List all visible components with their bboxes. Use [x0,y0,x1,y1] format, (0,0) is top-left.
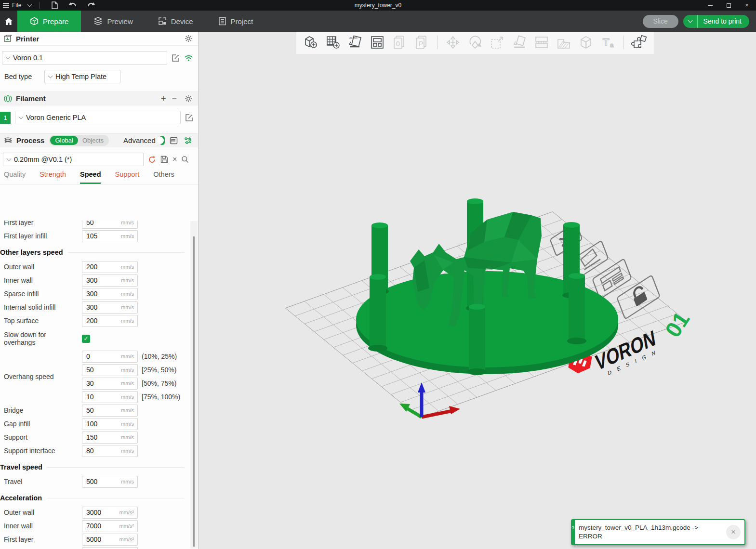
inner-wall-input[interactable]: 300 mm/s [82,274,138,287]
tower[interactable] [368,274,387,352]
advanced-toggle[interactable] [159,136,165,145]
new-project-icon[interactable] [47,1,62,9]
assembly-view-icon[interactable] [630,33,649,52]
save-profile-icon[interactable] [160,156,168,163]
top-surface-label: Top surface [4,317,82,325]
tab-speed[interactable]: Speed [80,170,101,184]
toast-close-icon[interactable]: × [726,525,741,539]
add-plate-icon[interactable] [323,33,343,52]
first-layer-infill-input[interactable]: 105 mm/s [82,230,138,242]
accel-inner-wall-input[interactable]: 7000 mm/s² [82,520,138,532]
scope-objects-button[interactable]: Objects [78,136,108,145]
top-surface-input[interactable]: 200 mm/s [82,315,138,327]
axes-gizmo [399,382,460,417]
delete-profile-icon[interactable]: × [172,155,177,164]
parameter-list-icon[interactable] [170,137,178,144]
tab-quality[interactable]: Quality [4,170,26,184]
redo-icon[interactable] [83,2,99,9]
add-object-icon[interactable] [301,33,320,52]
panel-scrollbar-thumb[interactable] [193,236,195,547]
support-input[interactable]: 150 mm/s [82,431,138,444]
bed-type-label: Bed type [4,73,40,80]
prepare-icon [30,17,39,26]
svg-text:T: T [603,36,610,48]
scene-canvas[interactable]: VORON D E S I G N 01 [199,32,756,549]
filament-name: Voron Generic PLA [26,114,86,121]
window-maximize-button[interactable] [719,0,738,11]
printer-select[interactable]: Voron 0.1 [2,51,167,65]
file-menu[interactable]: File [12,2,21,9]
send-to-print-button[interactable]: Send to print [683,15,749,28]
plate-number: 01 [660,307,694,341]
outer-wall-input[interactable]: 200 mm/s [82,261,138,273]
overhang-speed-1-input[interactable]: 0 mm/s [82,351,138,363]
slow-down-overhangs-label: Slow down for overhangs [4,331,82,346]
accel-outer-wall-input[interactable]: 3000 mm/s² [82,507,138,519]
window-minimize-button[interactable] [701,0,719,11]
gap-infill-label: Gap infill [4,420,82,428]
tower[interactable] [567,273,586,344]
tower[interactable] [467,304,487,375]
tune-parameters-icon[interactable] [184,137,192,144]
accel-first-layer-label: First layer [4,536,82,543]
process-tabs: Quality Strength Speed Support Others [0,166,198,184]
rotate-icon[interactable] [465,33,485,52]
printer-row: Voron 0.1 [2,51,193,65]
overhang-range-3: [50%, 75%) [142,379,176,387]
slice-button[interactable]: Slice [643,15,678,28]
scope-global-button[interactable]: Global [50,136,78,145]
printer-settings-gear-icon[interactable] [185,35,192,42]
tab-device[interactable]: Device [146,11,206,32]
accel-top-surface-input[interactable]: 10000 mm/s² [82,547,138,549]
bed-type-select[interactable]: High Temp Plate [44,70,120,83]
sparse-infill-input[interactable]: 300 mm/s [82,288,138,300]
travel-input[interactable]: 500 mm/s [82,476,138,488]
printer-name: Voron 0.1 [13,54,43,62]
bridge-input[interactable]: 50 mm/s [82,405,138,417]
mesh-boolean-icon[interactable] [576,33,596,52]
slow-down-overhangs-checkbox[interactable]: ✓ [82,335,90,343]
support-interface-input[interactable]: 80 mm/s [82,445,138,457]
tab-strength[interactable]: Strength [40,170,66,184]
reset-profile-icon[interactable] [148,156,156,164]
scale-icon[interactable] [488,33,507,52]
send-dropdown-chevron-icon[interactable] [683,15,698,28]
overhang-speed-4-input[interactable]: 10 mm/s [82,391,138,403]
viewport-3d[interactable]: VORON D E S I G N 01 [199,32,756,549]
process-profile-select[interactable]: 0.20mm @V0.1 (*) [3,153,144,166]
advanced-label: Advanced [123,136,156,144]
file-menu-chevron-icon[interactable] [27,2,32,7]
search-setting-icon[interactable] [181,156,189,163]
tab-preview[interactable]: Preview [81,11,145,32]
gap-infill-input[interactable]: 100 mm/s [82,418,138,430]
variable-layer-height-icon[interactable] [554,33,573,52]
move-icon[interactable] [443,33,463,52]
first-layer-input[interactable]: 50 mm/s [82,221,138,229]
split-to-objects-icon[interactable]: 0 [390,33,409,52]
remove-filament-button[interactable]: − [171,94,178,103]
overhang-speed-2-input[interactable]: 50 mm/s [82,364,138,376]
tab-prepare[interactable]: Prepare [17,11,81,32]
tab-project[interactable]: Project [206,11,266,32]
wifi-icon[interactable] [184,54,193,62]
add-filament-button[interactable]: + [160,94,167,103]
tab-others[interactable]: Others [153,170,174,184]
text-icon[interactable]: T a [598,33,618,52]
split-to-parts-icon[interactable]: P [412,33,431,52]
internal-solid-infill-input[interactable]: 300 mm/s [82,301,138,314]
cut-icon[interactable] [532,33,551,52]
overhang-speed-3-input[interactable]: 30 mm/s [82,378,138,390]
auto-orient-icon[interactable]: AUTO [345,33,365,52]
tab-support[interactable]: Support [115,170,139,184]
window-close-button[interactable]: × [738,0,756,11]
edit-filament-icon[interactable] [185,114,193,122]
arrange-icon[interactable] [368,33,387,52]
filament-settings-gear-icon[interactable] [185,95,192,103]
lay-on-face-icon[interactable] [510,33,529,52]
setting-row: Support interface 80 mm/s [0,444,189,458]
home-button[interactable] [0,11,17,32]
undo-icon[interactable] [65,2,80,9]
filament-select[interactable]: Voron Generic PLA [15,111,181,124]
accel-first-layer-input[interactable]: 5000 mm/s² [82,534,138,546]
edit-printer-icon[interactable] [172,54,180,62]
